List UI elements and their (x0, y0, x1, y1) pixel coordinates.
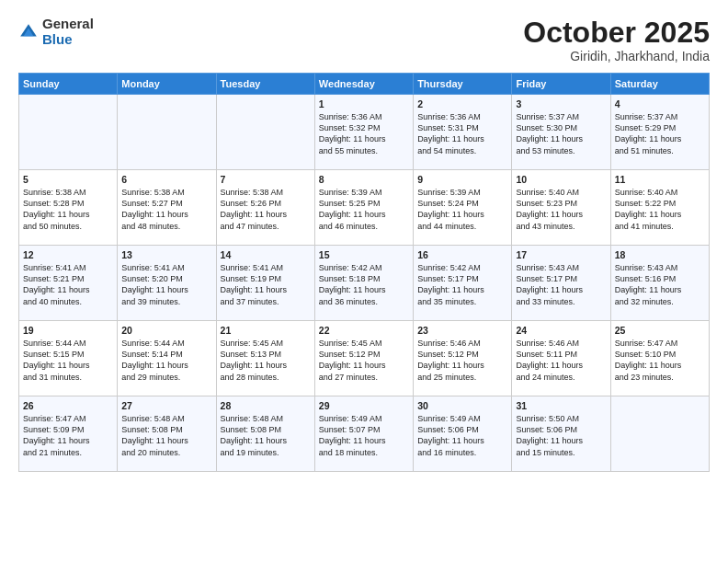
title-block: October 2025 Giridih, Jharkhand, India (523, 17, 710, 63)
day-number: 2 (417, 98, 507, 109)
logo-general: General (42, 17, 94, 32)
day-number: 21 (221, 325, 311, 336)
day-number: 12 (23, 249, 113, 260)
week-row-1: 1Sunrise: 5:36 AMSunset: 5:32 PMDaylight… (19, 95, 710, 170)
day-info: Sunrise: 5:47 AMSunset: 5:09 PMDaylight:… (23, 414, 90, 456)
day-info: Sunrise: 5:46 AMSunset: 5:12 PMDaylight:… (417, 339, 484, 381)
day-cell: 13Sunrise: 5:41 AMSunset: 5:20 PMDayligh… (118, 246, 216, 321)
day-info: Sunrise: 5:49 AMSunset: 5:06 PMDaylight:… (417, 414, 484, 456)
day-cell: 3Sunrise: 5:37 AMSunset: 5:30 PMDaylight… (512, 95, 610, 170)
day-info: Sunrise: 5:39 AMSunset: 5:25 PMDaylight:… (319, 188, 386, 230)
day-cell: 14Sunrise: 5:41 AMSunset: 5:19 PMDayligh… (216, 246, 314, 321)
month-title: October 2025 (523, 17, 710, 49)
day-number: 30 (417, 400, 507, 411)
day-cell (610, 396, 709, 472)
day-info: Sunrise: 5:43 AMSunset: 5:16 PMDaylight:… (615, 263, 682, 305)
header: General Blue October 2025 Giridih, Jhark… (18, 17, 710, 63)
weekday-header-friday: Friday (512, 74, 610, 95)
day-cell: 28Sunrise: 5:48 AMSunset: 5:08 PMDayligh… (216, 396, 314, 472)
day-number: 7 (221, 174, 311, 185)
calendar-table: SundayMondayTuesdayWednesdayThursdayFrid… (18, 73, 710, 472)
day-cell: 26Sunrise: 5:47 AMSunset: 5:09 PMDayligh… (19, 396, 118, 472)
day-info: Sunrise: 5:44 AMSunset: 5:14 PMDaylight:… (121, 339, 188, 381)
day-cell: 20Sunrise: 5:44 AMSunset: 5:14 PMDayligh… (118, 321, 216, 396)
day-info: Sunrise: 5:42 AMSunset: 5:17 PMDaylight:… (417, 263, 484, 305)
day-cell: 12Sunrise: 5:41 AMSunset: 5:21 PMDayligh… (19, 246, 118, 321)
day-info: Sunrise: 5:37 AMSunset: 5:30 PMDaylight:… (516, 112, 583, 155)
day-number: 6 (121, 174, 211, 185)
day-info: Sunrise: 5:43 AMSunset: 5:17 PMDaylight:… (516, 263, 583, 305)
day-cell (19, 95, 118, 170)
day-number: 10 (516, 174, 606, 185)
weekday-header-saturday: Saturday (610, 74, 709, 95)
day-cell: 16Sunrise: 5:42 AMSunset: 5:17 PMDayligh… (414, 246, 512, 321)
day-number: 27 (121, 400, 211, 411)
weekday-header-sunday: Sunday (19, 74, 118, 95)
day-number: 15 (319, 249, 409, 260)
day-cell: 27Sunrise: 5:48 AMSunset: 5:08 PMDayligh… (118, 396, 216, 472)
day-cell: 21Sunrise: 5:45 AMSunset: 5:13 PMDayligh… (216, 321, 314, 396)
day-info: Sunrise: 5:37 AMSunset: 5:29 PMDaylight:… (615, 112, 682, 155)
day-cell: 8Sunrise: 5:39 AMSunset: 5:25 PMDaylight… (314, 170, 413, 246)
day-number: 19 (23, 325, 113, 336)
day-cell: 2Sunrise: 5:36 AMSunset: 5:31 PMDaylight… (414, 95, 512, 170)
page: General Blue October 2025 Giridih, Jhark… (0, 0, 728, 563)
day-info: Sunrise: 5:39 AMSunset: 5:24 PMDaylight:… (417, 188, 484, 230)
day-cell: 22Sunrise: 5:45 AMSunset: 5:12 PMDayligh… (314, 321, 413, 396)
day-cell: 19Sunrise: 5:44 AMSunset: 5:15 PMDayligh… (19, 321, 118, 396)
day-cell (216, 95, 314, 170)
day-info: Sunrise: 5:38 AMSunset: 5:27 PMDaylight:… (121, 188, 188, 230)
day-number: 26 (23, 400, 113, 411)
day-cell: 18Sunrise: 5:43 AMSunset: 5:16 PMDayligh… (610, 246, 709, 321)
logo: General Blue (18, 17, 94, 47)
day-cell: 31Sunrise: 5:50 AMSunset: 5:06 PMDayligh… (512, 396, 610, 472)
day-info: Sunrise: 5:49 AMSunset: 5:07 PMDaylight:… (319, 414, 386, 456)
day-cell: 10Sunrise: 5:40 AMSunset: 5:23 PMDayligh… (512, 170, 610, 246)
week-row-4: 19Sunrise: 5:44 AMSunset: 5:15 PMDayligh… (19, 321, 710, 396)
day-info: Sunrise: 5:36 AMSunset: 5:32 PMDaylight:… (319, 112, 386, 155)
day-number: 28 (221, 400, 311, 411)
location: Giridih, Jharkhand, India (523, 49, 710, 63)
day-cell: 25Sunrise: 5:47 AMSunset: 5:10 PMDayligh… (610, 321, 709, 396)
day-info: Sunrise: 5:48 AMSunset: 5:08 PMDaylight:… (121, 414, 188, 456)
weekday-header: SundayMondayTuesdayWednesdayThursdayFrid… (19, 74, 710, 95)
day-cell: 11Sunrise: 5:40 AMSunset: 5:22 PMDayligh… (610, 170, 709, 246)
day-info: Sunrise: 5:41 AMSunset: 5:19 PMDaylight:… (221, 263, 288, 305)
day-cell: 1Sunrise: 5:36 AMSunset: 5:32 PMDaylight… (314, 95, 413, 170)
day-cell: 15Sunrise: 5:42 AMSunset: 5:18 PMDayligh… (314, 246, 413, 321)
logo-text: General Blue (42, 17, 94, 47)
day-number: 1 (319, 98, 409, 109)
day-info: Sunrise: 5:42 AMSunset: 5:18 PMDaylight:… (319, 263, 386, 305)
day-info: Sunrise: 5:36 AMSunset: 5:31 PMDaylight:… (417, 112, 484, 155)
weekday-header-monday: Monday (118, 74, 216, 95)
day-info: Sunrise: 5:45 AMSunset: 5:12 PMDaylight:… (319, 339, 386, 381)
day-cell: 6Sunrise: 5:38 AMSunset: 5:27 PMDaylight… (118, 170, 216, 246)
day-number: 23 (417, 325, 507, 336)
day-number: 18 (615, 249, 705, 260)
day-number: 14 (221, 249, 311, 260)
day-info: Sunrise: 5:38 AMSunset: 5:28 PMDaylight:… (23, 188, 90, 230)
day-cell: 29Sunrise: 5:49 AMSunset: 5:07 PMDayligh… (314, 396, 413, 472)
day-cell: 24Sunrise: 5:46 AMSunset: 5:11 PMDayligh… (512, 321, 610, 396)
day-info: Sunrise: 5:38 AMSunset: 5:26 PMDaylight:… (221, 188, 288, 230)
day-number: 5 (23, 174, 113, 185)
day-number: 9 (417, 174, 507, 185)
day-number: 8 (319, 174, 409, 185)
calendar-body: 1Sunrise: 5:36 AMSunset: 5:32 PMDaylight… (19, 95, 710, 472)
day-info: Sunrise: 5:40 AMSunset: 5:22 PMDaylight:… (615, 188, 682, 230)
day-cell: 23Sunrise: 5:46 AMSunset: 5:12 PMDayligh… (414, 321, 512, 396)
day-number: 20 (121, 325, 211, 336)
day-cell: 4Sunrise: 5:37 AMSunset: 5:29 PMDaylight… (610, 95, 709, 170)
day-cell: 7Sunrise: 5:38 AMSunset: 5:26 PMDaylight… (216, 170, 314, 246)
day-number: 24 (516, 325, 606, 336)
week-row-2: 5Sunrise: 5:38 AMSunset: 5:28 PMDaylight… (19, 170, 710, 246)
day-number: 29 (319, 400, 409, 411)
day-number: 16 (417, 249, 507, 260)
weekday-header-tuesday: Tuesday (216, 74, 314, 95)
day-info: Sunrise: 5:44 AMSunset: 5:15 PMDaylight:… (23, 339, 90, 381)
weekday-header-wednesday: Wednesday (314, 74, 413, 95)
day-number: 22 (319, 325, 409, 336)
day-cell (118, 95, 216, 170)
day-cell: 17Sunrise: 5:43 AMSunset: 5:17 PMDayligh… (512, 246, 610, 321)
day-cell: 5Sunrise: 5:38 AMSunset: 5:28 PMDaylight… (19, 170, 118, 246)
